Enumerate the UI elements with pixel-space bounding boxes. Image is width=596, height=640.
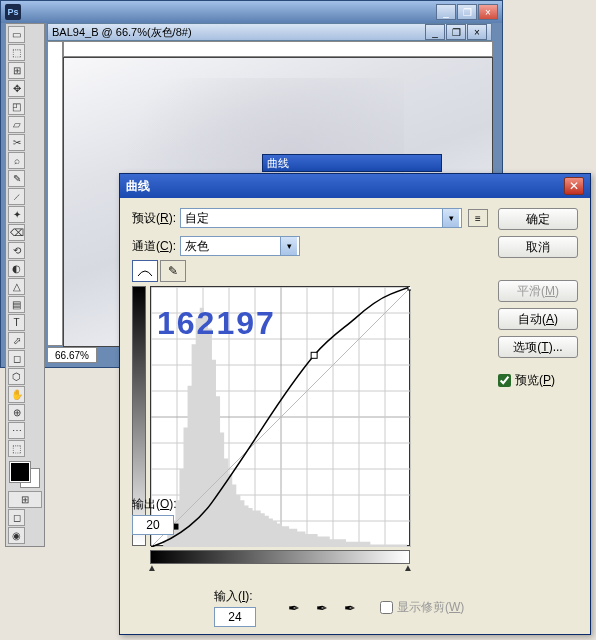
tool-14[interactable]: △ — [8, 278, 25, 295]
curves-dialog: 曲线 ✕ 预设(R): 自定 ≡ 通道(C): 灰色 ✎ — [119, 173, 591, 635]
curves-titlebar[interactable]: 曲线 ✕ — [120, 174, 590, 198]
preview-label: 预览(P) — [515, 372, 555, 389]
tool-10[interactable]: ✦ — [8, 206, 25, 223]
cancel-button[interactable]: 取消 — [498, 236, 578, 258]
tool-21[interactable]: ⊕ — [8, 404, 25, 421]
tool-16[interactable]: T — [8, 314, 25, 331]
show-clipping-checkbox[interactable]: 显示修剪(W) — [380, 599, 464, 616]
tool-19[interactable]: ⬡ — [8, 368, 25, 385]
tool-15[interactable]: ▤ — [8, 296, 25, 313]
ok-button[interactable]: 确定 — [498, 208, 578, 230]
document-title: BAL94_B @ 66.7%(灰色/8#) — [52, 25, 192, 40]
svg-rect-24 — [311, 352, 317, 358]
secondary-titlebar[interactable]: 曲线 — [262, 154, 442, 172]
tool-extra-2[interactable]: ◉ — [8, 527, 25, 544]
toolbox: ▭⬚⊞✥◰▱✂⌕✎⟋✦⌫⟲◐△▤T⬀◻⬡✋⊕⋯⬚⊞◻◉ — [5, 23, 45, 547]
curve-point-tool[interactable] — [132, 260, 158, 282]
clip-label: 显示修剪(W) — [397, 599, 464, 616]
zoom-display[interactable]: 66.67% — [47, 347, 97, 363]
minimize-button[interactable]: _ — [436, 4, 456, 20]
color-swatch[interactable] — [8, 460, 42, 490]
channel-label: 通道(C): — [132, 238, 176, 255]
tool-7[interactable]: ⌕ — [8, 152, 25, 169]
preset-label: 预设(R): — [132, 210, 176, 227]
preview-box[interactable] — [498, 374, 511, 387]
tool-0[interactable]: ▭ — [8, 26, 25, 43]
input-group: 输入(I): 24 — [214, 588, 256, 627]
tool-6[interactable]: ✂ — [8, 134, 25, 151]
tool-13[interactable]: ◐ — [8, 260, 25, 277]
doc-minimize-button[interactable]: _ — [425, 24, 445, 40]
ps-titlebar[interactable]: Ps _ ❐ × — [1, 1, 502, 23]
smooth-button[interactable]: 平滑(M) — [498, 280, 578, 302]
tool-20[interactable]: ✋ — [8, 386, 25, 403]
ps-app-icon: Ps — [5, 4, 21, 20]
white-point-handle[interactable]: ▲ — [403, 562, 413, 573]
curves-close-button[interactable]: ✕ — [564, 177, 584, 195]
output-label: 输出(O): — [132, 496, 177, 513]
output-input[interactable]: 20 — [132, 515, 174, 535]
output-group: 输出(O): 20 — [132, 496, 177, 535]
close-button[interactable]: × — [478, 4, 498, 20]
tool-4[interactable]: ◰ — [8, 98, 25, 115]
tool-9[interactable]: ⟋ — [8, 188, 25, 205]
options-button[interactable]: 选项(T)... — [498, 336, 578, 358]
curves-title: 曲线 — [126, 178, 564, 195]
gray-eyedropper-icon[interactable]: ✒ — [312, 598, 332, 618]
maximize-button[interactable]: ❐ — [457, 4, 477, 20]
tool-5[interactable]: ▱ — [8, 116, 25, 133]
tool-11[interactable]: ⌫ — [8, 224, 25, 241]
white-eyedropper-icon[interactable]: ✒ — [340, 598, 360, 618]
ruler-vertical[interactable] — [47, 41, 63, 346]
tool-extra-0[interactable]: ⊞ — [8, 491, 42, 508]
tool-18[interactable]: ◻ — [8, 350, 25, 367]
preset-menu-icon[interactable]: ≡ — [468, 209, 488, 227]
svg-rect-25 — [408, 287, 411, 290]
input-input[interactable]: 24 — [214, 607, 256, 627]
tool-17[interactable]: ⬀ — [8, 332, 25, 349]
black-eyedropper-icon[interactable]: ✒ — [284, 598, 304, 618]
tool-extra-1[interactable]: ◻ — [8, 509, 25, 526]
tool-12[interactable]: ⟲ — [8, 242, 25, 259]
clip-box[interactable] — [380, 601, 393, 614]
preview-checkbox[interactable]: 预览(P) — [498, 372, 578, 389]
auto-button[interactable]: 自动(A) — [498, 308, 578, 330]
doc-close-button[interactable]: × — [467, 24, 487, 40]
channel-select[interactable]: 灰色 — [180, 236, 300, 256]
curves-graph[interactable]: 162197 — [150, 286, 410, 546]
input-gradient: ▲ ▲ — [150, 550, 410, 564]
curve-pencil-tool[interactable]: ✎ — [160, 260, 186, 282]
black-point-handle[interactable]: ▲ — [147, 562, 157, 573]
document-header[interactable]: BAL94_B @ 66.7%(灰色/8#) _ ❐ × — [47, 23, 492, 41]
preset-select[interactable]: 自定 — [180, 208, 462, 228]
tool-2[interactable]: ⊞ — [8, 62, 25, 79]
tool-3[interactable]: ✥ — [8, 80, 25, 97]
tool-8[interactable]: ✎ — [8, 170, 25, 187]
ruler-horizontal[interactable] — [63, 41, 493, 57]
doc-maximize-button[interactable]: ❐ — [446, 24, 466, 40]
input-label: 输入(I): — [214, 588, 253, 605]
tool-1[interactable]: ⬚ — [8, 44, 25, 61]
tool-23[interactable]: ⬚ — [8, 440, 25, 457]
tool-22[interactable]: ⋯ — [8, 422, 25, 439]
